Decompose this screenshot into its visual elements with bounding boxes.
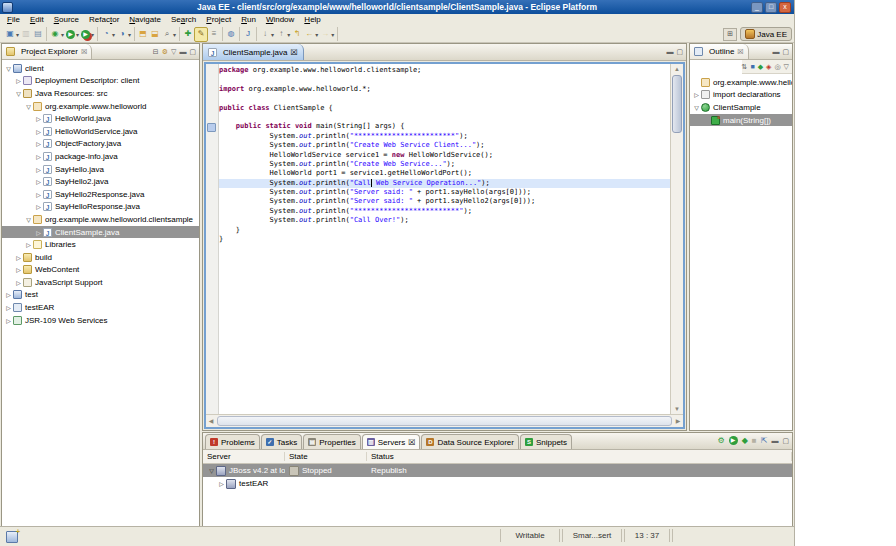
web-browser-button[interactable]: ◍ [225, 28, 237, 41]
tree-collapsed-icon[interactable]: ▷ [4, 304, 13, 311]
scroll-down-icon[interactable]: ▼ [672, 404, 682, 414]
last-edit-location-button[interactable]: ↰ [291, 28, 303, 41]
previous-annotation-dropdown[interactable]: ↑▾ [275, 28, 291, 41]
project-tree-item[interactable]: ▷Jpackage-info.java [2, 150, 199, 163]
maximize-view-icon[interactable]: ▢ [782, 437, 789, 445]
open-perspective-button[interactable]: ⊞ [723, 28, 737, 41]
column-header-status[interactable]: Status [367, 452, 792, 461]
menu-project[interactable]: Project [201, 14, 236, 26]
tree-collapsed-icon[interactable]: ▷ [34, 128, 43, 135]
scroll-left-icon[interactable]: ◀ [206, 416, 216, 426]
code-line[interactable]: public static void main(String[] args) { [219, 122, 670, 131]
tab-tasks[interactable]: ✓Tasks [261, 434, 302, 449]
close-window-button[interactable]: x [779, 2, 791, 13]
outline-tree-item[interactable]: org.example.www.helloworld.clientsample [690, 76, 792, 89]
menu-file[interactable]: File [2, 14, 25, 26]
minimize-view-icon[interactable]: ▬ [771, 437, 778, 444]
code-area[interactable]: package org.example.www.helloworld.clien… [219, 64, 670, 414]
project-tree-item[interactable]: ▽Java Resources: src [2, 87, 199, 100]
chevron-down-icon[interactable]: ▾ [61, 31, 64, 38]
hide-fields-icon[interactable]: ■ [750, 62, 754, 72]
tree-expanded-icon[interactable]: ▽ [14, 90, 23, 97]
menu-edit[interactable]: Edit [25, 14, 49, 26]
import-button[interactable]: ⬒ [137, 28, 149, 41]
tree-collapsed-icon[interactable]: ▷ [4, 317, 13, 324]
tab-snippets[interactable]: SSnippets [520, 434, 572, 449]
gutter-marker-icon[interactable] [207, 123, 216, 132]
chevron-down-icon[interactable]: ▾ [331, 31, 334, 38]
hide-local-types-icon[interactable]: ◎ [775, 62, 781, 72]
tree-collapsed-icon[interactable]: ▷ [217, 480, 226, 487]
fast-view-icon[interactable] [6, 531, 18, 543]
menu-run[interactable]: Run [236, 14, 261, 26]
maximize-view-icon[interactable]: ▢ [782, 47, 789, 57]
project-tree-item[interactable]: ▷JSayHello.java [2, 163, 199, 176]
mark-occurrences-toggle[interactable]: ✎ [194, 27, 208, 42]
minimize-view-icon[interactable]: ▬ [772, 47, 779, 57]
tree-collapsed-icon[interactable]: ▷ [14, 279, 23, 286]
project-tree-item[interactable]: ▷JHelloWorld.java [2, 112, 199, 125]
project-tree-item[interactable]: ▷test [2, 289, 199, 302]
publish-server-icon[interactable]: ⇱ [761, 436, 768, 445]
tree-expanded-icon[interactable]: ▽ [692, 104, 701, 111]
project-tree-item[interactable]: ▽client [2, 62, 199, 75]
outline-tab[interactable]: Outline ☒ [690, 44, 749, 59]
maximize-editor-icon[interactable]: ▢ [676, 48, 683, 56]
outline-tree-item[interactable]: ▷import declarations [690, 89, 792, 102]
code-line[interactable]: package org.example.www.helloworld.clien… [219, 66, 670, 75]
menu-window[interactable]: Window [261, 14, 299, 26]
tree-collapsed-icon[interactable]: ▷ [34, 178, 43, 185]
column-header-server[interactable]: Server [203, 452, 285, 461]
project-tree-item[interactable]: ▷JSayHelloResponse.java [2, 201, 199, 214]
view-menu-icon[interactable]: ▽ [784, 62, 789, 72]
project-tree-item[interactable]: ▷JSR-109 Web Services [2, 314, 199, 327]
breadcrumb-toggle[interactable]: ≡ [208, 28, 220, 41]
code-line[interactable]: public class ClientSample { [219, 104, 670, 113]
code-line[interactable]: System.out.println("Server said: " + por… [219, 197, 670, 206]
server-row[interactable]: ▷testEAR [203, 477, 792, 490]
tree-collapsed-icon[interactable]: ▷ [34, 140, 43, 147]
back-dropdown[interactable]: ←▾ [303, 28, 319, 41]
perspective-java-ee-button[interactable]: Java EE [740, 27, 792, 41]
tab-properties[interactable]: ▤Properties [303, 434, 360, 449]
code-line[interactable]: System.out.println("********************… [219, 132, 670, 141]
tree-collapsed-icon[interactable]: ▷ [692, 91, 701, 98]
menu-source[interactable]: Source [49, 14, 84, 26]
close-icon[interactable]: ☒ [408, 438, 415, 447]
project-explorer-tab[interactable]: Project Explorer ☒ [2, 44, 92, 59]
new-wizard-dropdown[interactable]: ▣▾ [4, 28, 20, 41]
code-line[interactable]: HelloWorldService service1 = new HelloWo… [219, 151, 670, 160]
tree-collapsed-icon[interactable]: ▷ [34, 191, 43, 198]
tree-collapsed-icon[interactable]: ▷ [34, 229, 43, 236]
chevron-down-icon[interactable]: ▾ [173, 31, 176, 38]
chevron-down-icon[interactable]: ▾ [91, 31, 94, 38]
vscroll-thumb[interactable] [672, 75, 682, 133]
code-line[interactable]: HelloWorld port1 = service1.getHelloWorl… [219, 169, 670, 178]
tree-expanded-icon[interactable]: ▽ [24, 216, 33, 223]
chevron-down-icon[interactable]: ▾ [271, 31, 274, 38]
tree-collapsed-icon[interactable]: ▷ [34, 166, 43, 173]
start-server-icon[interactable]: ▶ [729, 436, 738, 445]
code-line[interactable]: System.out.println("********************… [219, 207, 670, 216]
tree-collapsed-icon[interactable]: ▷ [34, 115, 43, 122]
external-tools-dropdown[interactable]: ▶▾ [80, 28, 95, 41]
run-on-server-button[interactable]: ✚ [182, 28, 194, 41]
menu-help[interactable]: Help [299, 14, 325, 26]
project-tree-item[interactable]: ▷JObjectFactory.java [2, 138, 199, 151]
maximize-window-button[interactable]: □ [765, 2, 777, 13]
editor-vertical-scrollbar[interactable]: ▲ ▼ [670, 64, 683, 414]
code-line[interactable]: System.out.println("Create Web Service..… [219, 160, 670, 169]
new-web-service-wizard-dropdown[interactable]: ◔▾ [100, 28, 116, 41]
tab-servers[interactable]: ▥Servers☒ [362, 434, 421, 449]
menu-navigate[interactable]: Navigate [124, 14, 166, 26]
minimize-editor-icon[interactable]: ▬ [666, 48, 673, 56]
export-button[interactable]: ⬓ [149, 28, 161, 41]
chevron-down-icon[interactable]: ▾ [112, 31, 115, 38]
minimize-window-button[interactable]: _ [751, 2, 763, 13]
project-tree-item[interactable]: ▷JClientSample.java [2, 226, 199, 239]
hide-non-public-members-icon[interactable]: ◈ [766, 62, 771, 72]
close-icon[interactable]: ☒ [737, 48, 743, 56]
project-tree-item[interactable]: ▷Deployment Descriptor: client [2, 75, 199, 88]
code-line[interactable]: System.out.println("Call Web Service Ope… [219, 179, 670, 188]
code-line[interactable]: System.out.println("Server said: " + por… [219, 188, 670, 197]
